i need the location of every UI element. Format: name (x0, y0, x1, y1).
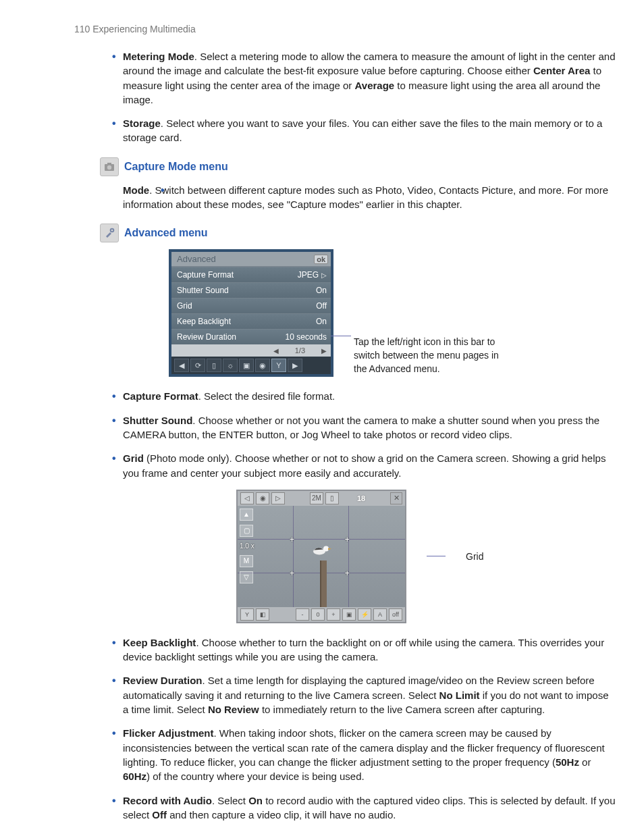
term: No Limit (439, 689, 480, 701)
bullet-metering-mode: Metering Mode. Select a metering mode to… (74, 49, 617, 107)
camera-grid-figure: ◁ ◉ ▷ 2M ▯ 18 ✕ + + + + (236, 490, 617, 623)
section-heading-advanced: Advanced menu (100, 224, 617, 242)
exposure-icon[interactable]: ◧ (256, 608, 269, 621)
pager-left-icon[interactable]: ◀ (273, 347, 279, 355)
subject-post (320, 561, 327, 607)
svg-rect-1 (107, 163, 111, 165)
menu-row-keep-backlight[interactable]: Keep Backlight On (171, 313, 331, 329)
bullet-review-duration: Review Duration. Set a time length for d… (74, 673, 617, 716)
flash-icon[interactable]: ⚡ (358, 608, 371, 621)
zoom-out-icon[interactable]: ▽ (240, 571, 253, 583)
nav-right-icon[interactable]: ▶ (288, 359, 302, 372)
brightness-icon[interactable]: ☼ (223, 359, 238, 372)
page-header: 110 Experiencing Multimedia (74, 24, 617, 34)
text: . Choose whether or not you want the cam… (123, 415, 599, 440)
image-icon[interactable]: ▣ (239, 359, 254, 372)
term: Flicker Adjustment (123, 727, 213, 739)
text: (Photo mode only). Choose whether or not… (123, 452, 606, 478)
term: Capture Format (123, 390, 198, 402)
mode-indicator-icon: M (240, 555, 253, 567)
camera-mode-icon[interactable]: ◉ (255, 359, 270, 372)
text: . Select the desired file format. (198, 390, 336, 402)
nav-left-icon[interactable]: ◀ (174, 359, 189, 372)
text: . Select where you want to save your fil… (123, 118, 602, 143)
storage-icon[interactable]: ▯ (325, 492, 339, 504)
grid-cross-icon: + (290, 569, 294, 578)
term: Average (355, 80, 395, 91)
mode-right-icon[interactable]: ▷ (271, 492, 285, 504)
term: Off (152, 809, 167, 820)
row-value: JPEG (298, 270, 319, 280)
term: No Review (208, 704, 259, 715)
timer-off-icon[interactable]: off (389, 608, 402, 621)
camera-icon (100, 157, 119, 176)
term: Grid (123, 452, 144, 464)
menu-row-capture-format[interactable]: Capture Format JPEG▷ (171, 267, 331, 282)
bullet-grid: Grid (Photo mode only). Choose whether o… (74, 451, 617, 480)
grid-line (348, 506, 349, 607)
text: . Select (212, 795, 248, 806)
row-value: On (316, 286, 327, 295)
svg-point-5 (323, 546, 329, 551)
ev-minus-icon[interactable]: - (296, 608, 309, 621)
term: 50Hz (556, 756, 579, 768)
ev-value-icon: 0 (311, 608, 325, 621)
ok-button[interactable]: ok (314, 255, 328, 264)
subject-bird (311, 542, 331, 558)
camera-mode-icon[interactable]: ◉ (256, 492, 269, 504)
bullet-storage: Storage. Select where you want to save y… (74, 116, 617, 145)
settings-icon[interactable]: Y (240, 608, 254, 621)
tools-tab-icon[interactable]: Y (271, 359, 286, 372)
term: 60Hz (123, 771, 146, 782)
pager-right-icon[interactable]: ▶ (321, 347, 327, 355)
mode-left-icon[interactable]: ◁ (240, 492, 254, 504)
ev-plus-icon[interactable]: + (327, 608, 340, 621)
wb-auto-icon[interactable]: A (373, 608, 387, 621)
advanced-menu-figure: Advanced ok Capture Format JPEG▷ Shutter… (169, 249, 617, 377)
bullet-record-with-audio: Record with Audio. Select On to record a… (74, 793, 617, 823)
grid-cross-icon: + (345, 535, 350, 544)
pager-text: 1/3 (295, 346, 305, 355)
resolution-icon[interactable]: 2M (310, 492, 323, 504)
row-value: 10 seconds (286, 332, 327, 342)
shots-remaining: 18 (357, 494, 365, 502)
advanced-menu-titlebar: Advanced ok (171, 252, 331, 267)
callout-line (331, 336, 351, 336)
term: Storage (123, 118, 161, 129)
text: or (579, 756, 591, 768)
refresh-icon[interactable]: ⟳ (190, 359, 205, 372)
focus-icon[interactable]: ▣ (342, 608, 356, 621)
page-content: 110 Experiencing Multimedia Metering Mod… (0, 0, 644, 834)
menu-row-review-duration[interactable]: Review Duration 10 seconds (171, 329, 331, 344)
camera-screen: ◁ ◉ ▷ 2M ▯ 18 ✕ + + + + (236, 490, 406, 623)
bullet-keep-backlight: Keep Backlight. Choose whether to turn t… (74, 635, 617, 664)
row-value: On (316, 317, 327, 326)
camera-bottom-bar: Y ◧ - 0 + ▣ ⚡ A off (238, 607, 405, 622)
pager-bar: ◀ 1/3 ▶ (171, 344, 331, 357)
chevron-right-icon: ▷ (321, 271, 327, 279)
term: Mode (123, 184, 149, 196)
zoom-controls: ▲ ▢ 1.0 x M ▽ (240, 509, 254, 583)
bottom-toolbar: ◀ ⟳ ▯ ☼ ▣ ◉ Y ▶ (171, 357, 331, 374)
storage-icon[interactable]: ▯ (207, 359, 221, 372)
menu-row-shutter-sound[interactable]: Shutter Sound On (171, 282, 331, 298)
camera-viewfinder: + + + + ▲ ▢ 1.0 x M ▽ (238, 506, 405, 607)
bullet-capture-format: Capture Format. Select the desired file … (74, 389, 617, 403)
zoom-label: 1.0 x (240, 542, 254, 550)
term: Keep Backlight (123, 637, 196, 648)
advanced-menu-panel: Advanced ok Capture Format JPEG▷ Shutter… (169, 249, 333, 377)
grid-callout-label: Grid (466, 551, 483, 562)
term: Review Duration (123, 675, 203, 686)
text: . Switch between different capture modes… (123, 184, 608, 210)
close-icon[interactable]: ✕ (390, 492, 402, 504)
menu-row-grid[interactable]: Grid Off (171, 298, 331, 313)
zoom-in-icon[interactable]: ▲ (240, 509, 253, 521)
camera-top-bar: ◁ ◉ ▷ 2M ▯ 18 ✕ (238, 491, 405, 506)
section-title: Capture Mode menu (124, 161, 228, 173)
term: On (248, 795, 263, 806)
grid-line (238, 539, 405, 540)
section-heading-capture: Capture Mode menu (100, 157, 617, 176)
figure-caption: Tap the left/right icon in this bar to s… (354, 336, 502, 375)
row-label: Grid (177, 301, 192, 311)
row-value: Off (316, 301, 327, 311)
